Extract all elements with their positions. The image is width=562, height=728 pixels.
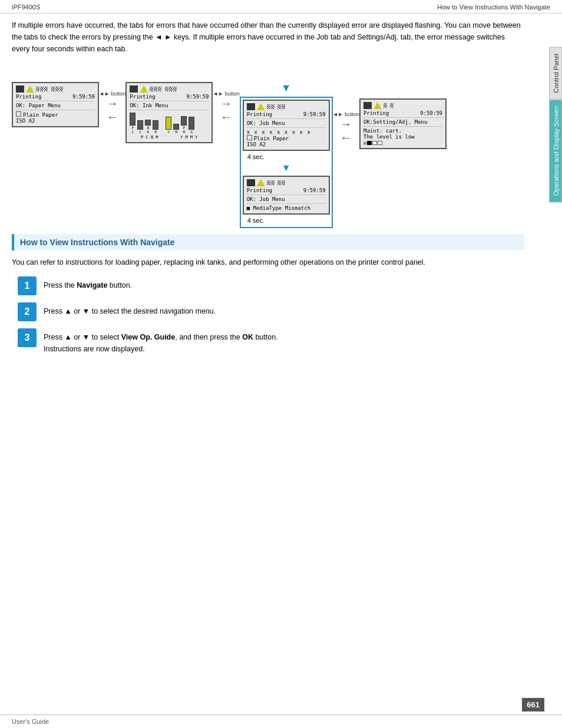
button-label3: ◄► button bbox=[333, 111, 359, 117]
screen4-group: Printing 9:59:59 OK:Setting/Adj. Menu Ma… bbox=[359, 82, 447, 149]
level-empty2 bbox=[378, 141, 382, 145]
paper-icon3 bbox=[247, 135, 252, 140]
ink-bar-bk bbox=[145, 120, 151, 126]
level-filled bbox=[367, 141, 372, 145]
screen3-group: ▼ bbox=[240, 82, 333, 228]
screen4: Printing 9:59:59 OK:Setting/Adj. Menu Ma… bbox=[359, 98, 447, 149]
footer-left: User's Guide bbox=[12, 718, 49, 725]
page-number: 661 bbox=[522, 698, 544, 711]
doc-icon3b bbox=[247, 179, 255, 186]
screen1: Printing 9:59:59 OK: Paper Menu Plain Pa… bbox=[12, 82, 99, 127]
ink-bar-r bbox=[153, 120, 158, 130]
error-blocks3b bbox=[267, 180, 285, 185]
ink-bar-y bbox=[166, 117, 171, 130]
steps-list: 1 Press the Navigate button. 2 Press ▲ o… bbox=[18, 276, 524, 355]
right-arrow1: → bbox=[107, 97, 118, 110]
right-arrow3: → bbox=[340, 117, 352, 131]
level-empty bbox=[372, 141, 377, 145]
intro-paragraph: If multiple errors have occurred, the ta… bbox=[12, 19, 524, 55]
paper-icon1 bbox=[16, 111, 21, 117]
ink-bars: PC C BK R bbox=[130, 113, 209, 134]
warn-icon3 bbox=[257, 103, 265, 110]
arrow2-group: ◄► button → ← bbox=[213, 82, 239, 124]
blue-box-wrapper: Printing 9:59:59 OK: Job Menu x x x x x … bbox=[240, 97, 333, 228]
header-left: iPF9400S bbox=[12, 4, 40, 11]
ink-bar-pm bbox=[181, 116, 187, 126]
error-blocks4 bbox=[384, 103, 394, 108]
arrow1-group: ◄► button → ← bbox=[99, 82, 125, 124]
screen3b: Printing 9:59:59 OK: Job Menu ■ MediaTyp… bbox=[243, 176, 330, 215]
doc-icon4 bbox=[363, 102, 372, 109]
ink-bar-g bbox=[189, 117, 194, 130]
ink-bar-m bbox=[173, 124, 179, 130]
left-arrow1: ← bbox=[107, 110, 118, 124]
top-blue-arrow: ▼ bbox=[281, 82, 292, 94]
side-tab-operations[interactable]: Operations and Display Screen bbox=[549, 100, 562, 202]
right-arrow2: → bbox=[220, 97, 232, 110]
side-tab-control-panel[interactable]: Control Panel bbox=[549, 47, 562, 100]
step-2-text: Press ▲ or ▼ to select the desired navig… bbox=[44, 302, 216, 317]
error-blocks2 bbox=[150, 87, 177, 91]
screen1-group: Printing 9:59:59 OK: Paper Menu Plain Pa… bbox=[12, 82, 99, 127]
error-blocks1 bbox=[36, 87, 63, 91]
ink-bar-c bbox=[137, 120, 143, 130]
diagram-container: Printing 9:59:59 OK: Paper Menu Plain Pa… bbox=[12, 64, 524, 228]
screen1-icons bbox=[16, 85, 95, 93]
level-bar: ◎ bbox=[363, 140, 382, 146]
doc-icon bbox=[16, 85, 24, 93]
warn-icon bbox=[26, 85, 34, 93]
section-heading: How to View Instructions With Navigate bbox=[12, 234, 524, 251]
side-tabs: Control Panel Operations and Display Scr… bbox=[549, 47, 562, 202]
left-arrow3: ← bbox=[340, 131, 352, 144]
doc-icon3 bbox=[247, 103, 255, 110]
sec-label1: 4 sec. bbox=[247, 153, 330, 160]
header-right: How to View Instructions With Navigate bbox=[437, 4, 550, 11]
step-1: 1 Press the Navigate button. bbox=[18, 276, 524, 295]
step-1-number: 1 bbox=[18, 276, 37, 295]
screen2-group: Printing 9:59:59 OK: Ink Menu PC bbox=[125, 82, 213, 143]
inner-down-arrow: ▼ bbox=[243, 163, 330, 173]
footer: User's Guide bbox=[0, 714, 562, 728]
step-1-text: Press the Navigate button. bbox=[44, 276, 132, 291]
header: iPF9400S How to View Instructions With N… bbox=[0, 0, 562, 14]
warn-icon4 bbox=[373, 102, 382, 109]
arrow3-group: ◄► button → ← bbox=[333, 82, 359, 144]
left-arrow2: ← bbox=[220, 110, 232, 124]
button-label2: ◄► button bbox=[213, 91, 239, 97]
button-label1: ◄► button bbox=[99, 91, 125, 97]
step-2-number: 2 bbox=[18, 302, 37, 321]
warn-icon3b bbox=[257, 179, 265, 186]
main-content: If multiple errors have occurred, the ta… bbox=[0, 14, 548, 361]
screens-row: Printing 9:59:59 OK: Paper Menu Plain Pa… bbox=[12, 64, 524, 228]
ink-bar-pc bbox=[130, 113, 135, 126]
screen3a: Printing 9:59:59 OK: Job Menu x x x x x … bbox=[243, 100, 330, 151]
step-3-number: 3 bbox=[18, 328, 37, 347]
screen2: Printing 9:59:59 OK: Ink Menu PC bbox=[125, 82, 213, 143]
section-description: You can refer to instructions for loadin… bbox=[12, 256, 524, 268]
doc-icon2 bbox=[130, 85, 138, 93]
error-blocks3 bbox=[267, 104, 285, 109]
step-3: 3 Press ▲ or ▼ to select View Op. Guide,… bbox=[18, 328, 524, 355]
step-2: 2 Press ▲ or ▼ to select the desired nav… bbox=[18, 302, 524, 321]
warn-icon2 bbox=[140, 85, 148, 93]
sec-label2: 4 sec. bbox=[247, 217, 330, 224]
step-3-text: Press ▲ or ▼ to select View Op. Guide, a… bbox=[44, 328, 278, 355]
